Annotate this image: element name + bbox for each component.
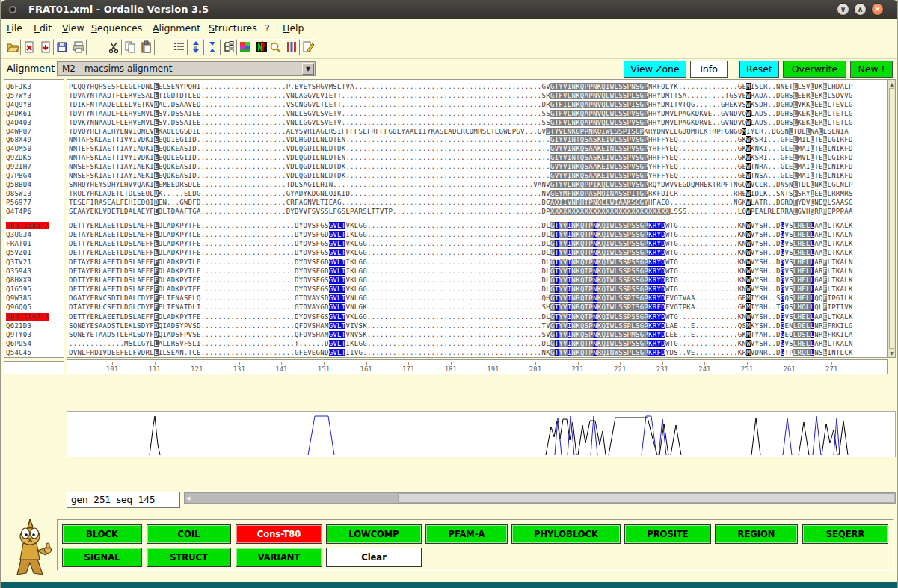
sequence-name[interactable]: Q68X49 (6, 136, 31, 145)
feature-button-seqerr[interactable]: SEQERR (802, 524, 888, 544)
expand-rows-icon[interactable] (188, 39, 204, 55)
feature-button-block[interactable]: BLOCK (62, 524, 142, 544)
scroll-left-icon[interactable]: ◀ (186, 495, 190, 501)
sequence-name[interactable]: Q4D403 (6, 119, 31, 128)
sequence-name[interactable]: Q5BBU4 (6, 181, 31, 190)
alignment-row[interactable]: SNHQYHEYSDHYLHVVQAKIEEMEEDRSDLE.........… (69, 181, 853, 190)
menu-item-structures[interactable]: Structures (209, 22, 257, 34)
alignment-row[interactable]: TDVKYNNAADLFLEHVENVLESV.DSSAIEE.........… (69, 119, 853, 128)
sequence-name[interactable]: O35943 (6, 267, 49, 276)
alignment-row[interactable]: DETTYERLAEETLDSLAEFFEDLADKPYTFE.........… (69, 312, 853, 321)
close-document-icon[interactable] (21, 39, 37, 55)
alignment-row[interactable]: SEAAYEKLVDETLDALAEYFEDLTDAAFTGA.........… (69, 208, 853, 217)
collapse-rows-icon[interactable] (204, 39, 221, 55)
alignment-row[interactable]: DETTYERLAEETLDSLAEFFEDLADKPYTFE.........… (69, 239, 853, 248)
columns-icon[interactable] (283, 39, 300, 55)
alignment-row[interactable]: TRQLYHKLADETLTDLSEQLDK.....ELDG.........… (69, 190, 853, 199)
alignment-row[interactable]: DETTYERLAEETLDSLAEFFEDLADKPYTFE.........… (69, 221, 853, 230)
alignment-row[interactable]: DETTYERLAEETLDSLAEFFEDLADKPYTFE.........… (69, 285, 853, 294)
sequence-name[interactable]: Q9W385 (6, 294, 49, 303)
sequence-name[interactable]: Q16595 (6, 285, 49, 294)
alignment-row[interactable]: SQNEYETAADSTLERLSDYFDQIADSFPVSE.........… (69, 330, 853, 339)
alignment-row[interactable]: DETAYERLAEETLDSLAEFFEDLADKPYTLE.........… (69, 258, 853, 267)
close-button[interactable]: ✕ (871, 3, 884, 16)
new-button[interactable]: New ! (850, 61, 893, 78)
alignment-row[interactable]: DGATYERVCSDTLDALCDYFEELTENASELQ.........… (69, 294, 853, 303)
alignment-row[interactable]: NNTAFSKLAETTIVYIVDKIEEQDIEGIID..........… (69, 136, 853, 145)
maximize-button[interactable]: ∧ (854, 3, 867, 16)
sequence-name[interactable]: Q6FJK3 (6, 83, 31, 92)
sequence-name[interactable]: Q8SWI3 (6, 190, 31, 199)
feature-button-lowcomp[interactable]: LOWCOMP (326, 524, 422, 544)
alignment-row[interactable]: DETAYERLAEETLDSLAEFFEDLADKPYTLE.........… (69, 267, 853, 276)
list-icon[interactable] (171, 39, 188, 55)
alignment-row[interactable]: TDVAYNTAADTFLERVESALETIGDTDTLED.........… (69, 92, 853, 101)
feature-button-clear[interactable]: Clear (326, 548, 422, 567)
feature-button-signal[interactable]: SIGNAL (62, 548, 142, 567)
overwrite-button[interactable]: Overwrite (783, 61, 846, 78)
alignment-row[interactable]: SQNEYESAADSTLEKLSDYFDQIADSYPVSD.........… (69, 321, 853, 330)
sequence-name[interactable]: Q5VZ01 (6, 248, 49, 257)
feature-button-struct[interactable]: STRUCT (147, 548, 231, 567)
cut-icon[interactable] (105, 39, 122, 55)
sequence-name[interactable]: Q4DK61 (6, 110, 31, 119)
alignment-row[interactable]: NNSEFSKIAETTIAYIAEKIEEQDKEASID..........… (69, 163, 853, 172)
feature-button-coil[interactable]: COIL (147, 524, 231, 544)
print-icon[interactable] (70, 39, 87, 55)
minimize-button[interactable]: ∨ (837, 3, 849, 16)
alignment-row[interactable]: TDIKFNTAADELLELVETKVDAL.DSAAVED.........… (69, 101, 853, 110)
sequence-name[interactable]: FRAT01 (6, 239, 49, 248)
alignment-row[interactable]: NNTEFSKIAETTIAYIADKIEEQDKEASID..........… (69, 145, 853, 154)
alignment-row[interactable]: TDVTYNTAADLFLEHVENVLESV.DSSAIEE.........… (69, 110, 853, 119)
alignment-row[interactable]: PLQQYHQHSESFLEGLFDNLEELSENYPQHI.........… (69, 83, 853, 92)
horizontal-scrollbar-thumb[interactable] (398, 493, 894, 503)
sequence-name[interactable]: Q7PBG4 (6, 172, 31, 181)
sequence-name[interactable]: Q54C45 (6, 348, 49, 357)
alignment-row[interactable]: DDTTYERLAEETLDSLAEFFEDLADKPYTFE.........… (69, 276, 853, 285)
sequence-name[interactable]: PDB_1ly7_A (6, 312, 49, 321)
copy-icon[interactable] (122, 39, 138, 55)
alignment-row[interactable]: NNSEFSKIAETTIAYIAEKIEEQDKEASID..........… (69, 172, 853, 181)
vertical-scrollbar[interactable]: ▲ ▼ (888, 79, 896, 358)
alignment-panel[interactable]: PLQQYHQHSESFLEGLFDNLEELSENYPQHI.........… (67, 79, 888, 358)
vertical-scrollbar-thumb[interactable] (889, 88, 894, 349)
info-button[interactable]: Info (690, 61, 728, 78)
sequence-name[interactable]: Q92IH7 (6, 163, 31, 172)
feature-button-pfam-a[interactable]: PFAM-A (425, 524, 508, 544)
export-document-icon[interactable] (37, 39, 54, 55)
scroll-down-icon[interactable]: ▼ (888, 350, 895, 356)
menu-item-file[interactable]: File (7, 22, 22, 34)
sequence-name[interactable]: P56977 (6, 199, 31, 208)
sequence-name[interactable]: Q4Q9Y8 (6, 101, 31, 110)
reset-button[interactable]: Reset (739, 61, 779, 78)
horizontal-scrollbar[interactable]: ◀ (184, 492, 896, 504)
sequence-name[interactable]: Q4UM50 (6, 145, 31, 154)
sequence-name[interactable]: Q3TV21 (6, 258, 49, 267)
alignment-row[interactable]: DETTYERLAEETLDSLAEFFEDLADKPYTFE.........… (69, 248, 853, 257)
sequence-name[interactable]: Q621D3 (6, 321, 49, 330)
alignment-row[interactable]: .............MSLLGYLLALLRSVFSLI.........… (69, 339, 853, 348)
sequence-name[interactable]: PDB_1ekg_A (6, 221, 49, 230)
edit-icon[interactable] (300, 39, 316, 55)
sequence-name[interactable]: Q8HXX9 (6, 276, 49, 285)
alignment-row[interactable]: TDVQYHEFAEHYLNVIQNEVEKAQEEGSDIE.........… (69, 128, 853, 137)
save-icon[interactable] (54, 39, 70, 55)
menu-item-alignment[interactable]: Alignment (153, 22, 200, 34)
open-folder-icon[interactable] (4, 39, 21, 55)
sequence-name[interactable]: Q3UG34 (6, 230, 49, 239)
alignment-select[interactable]: M2 - macsims alignment ▼ (57, 61, 316, 76)
alignment-row[interactable]: TESEFIRASEALFEHIEDQIDEN...GWDFD.........… (69, 199, 853, 208)
alignment-row[interactable]: NNTAFSKLAETTIVYIVDKIEEQDLEGIID..........… (69, 154, 853, 163)
feature-button-phyloblock[interactable]: PHYLOBLOCK (511, 524, 621, 544)
sequence-name[interactable]: Q9GQQ5 (6, 303, 49, 312)
paste-icon[interactable] (138, 39, 155, 55)
search-icon[interactable] (267, 39, 283, 55)
feature-button-prosite[interactable]: PROSITE (624, 524, 711, 544)
sequence-name[interactable]: Q6PDS4 (6, 339, 49, 348)
sequence-name[interactable]: Q4WPU7 (6, 128, 31, 137)
alignment-row[interactable]: DTATYERLCSETLDGLCDYFEELTENATDLI.........… (69, 303, 853, 312)
menu-item-edit[interactable]: Edit (34, 22, 52, 34)
feature-button-cons-t80[interactable]: Cons-T80 (236, 524, 322, 544)
view-zone-button[interactable]: View Zone (624, 61, 686, 78)
residue-colors-icon[interactable] (237, 39, 253, 55)
